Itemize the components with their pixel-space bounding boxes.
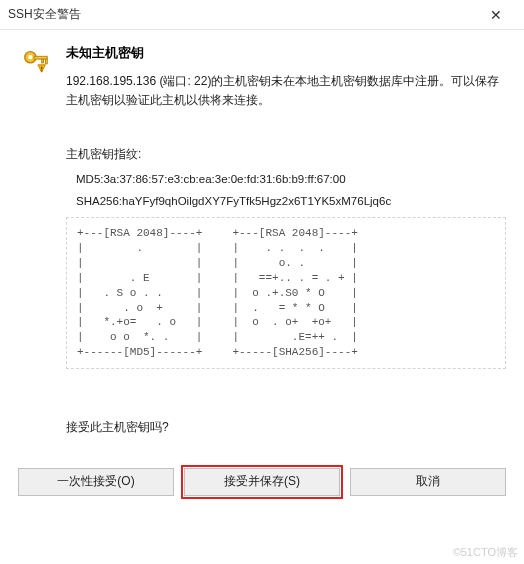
svg-rect-3	[42, 59, 44, 63]
close-button[interactable]: ✕	[476, 0, 516, 30]
cancel-button[interactable]: 取消	[350, 468, 506, 496]
header-row: 未知主机密钥 192.168.195.136 (端口: 22)的主机密钥未在本地…	[18, 44, 506, 452]
accept-save-button[interactable]: 接受并保存(S)	[184, 468, 340, 496]
header-text: 未知主机密钥 192.168.195.136 (端口: 22)的主机密钥未在本地…	[66, 44, 506, 452]
watermark: ©51CTO博客	[453, 545, 518, 560]
ascii-sha256: +---[RSA 2048]----+ | . . . . | | o. . |…	[232, 226, 357, 360]
fingerprint-md5: MD5:3a:37:86:57:e3:cb:ea:3e:0e:fd:31:6b:…	[76, 173, 506, 185]
fingerprint-sha256: SHA256:haYFyf9qhOilgdXY7FyTfk5Hgz2x6T1YK…	[76, 195, 506, 207]
accept-once-button[interactable]: 一次性接受(O)	[18, 468, 174, 496]
dialog-heading: 未知主机密钥	[66, 44, 506, 62]
dialog-content: 未知主机密钥 192.168.195.136 (端口: 22)的主机密钥未在本地…	[0, 30, 524, 468]
svg-rect-6	[41, 67, 42, 70]
svg-rect-7	[41, 70, 42, 71]
ascii-art-container: +---[RSA 2048]----+ | . | | | | . E | | …	[66, 217, 506, 369]
window-title: SSH安全警告	[8, 6, 476, 23]
warning-key-icon	[18, 44, 54, 76]
ascii-rsa-md5: +---[RSA 2048]----+ | . | | | | . E | | …	[77, 226, 202, 360]
dialog-message: 192.168.195.136 (端口: 22)的主机密钥未在本地主机密钥数据库…	[66, 72, 506, 110]
fingerprint-label: 主机密钥指纹:	[66, 146, 506, 163]
close-icon: ✕	[490, 7, 502, 23]
svg-rect-4	[45, 59, 47, 64]
confirm-question: 接受此主机密钥吗?	[66, 419, 506, 436]
svg-point-1	[28, 55, 32, 59]
title-bar: SSH安全警告 ✕	[0, 0, 524, 30]
button-row: 一次性接受(O) 接受并保存(S) 取消	[0, 468, 524, 508]
